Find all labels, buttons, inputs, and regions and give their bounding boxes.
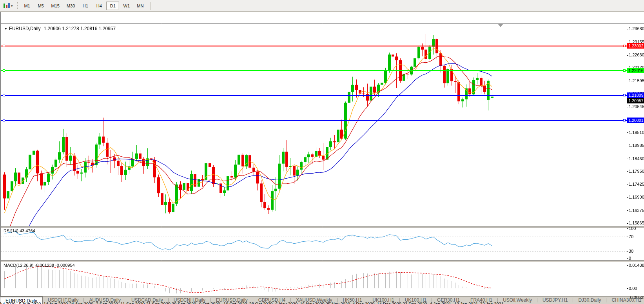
time-axis-label: 6 Nov 2020 — [276, 302, 298, 304]
time-axis-label: 23 Dec 2020 — [403, 302, 427, 304]
timeframe-button-d1[interactable]: D1 — [106, 2, 119, 10]
price-axis-label: 1.16375 — [629, 208, 644, 213]
time-axis-label: 11 Sep 2020 — [120, 302, 145, 304]
hline-price-tag: 1.22016 — [627, 68, 644, 73]
chart-window: ▼EURUSD,Daily1.20906 1.21278 1.20816 1.2… — [0, 12, 644, 296]
current-price-tag: 1.20957 — [627, 98, 644, 103]
timeframe-button-h4[interactable]: H4 — [93, 2, 105, 10]
time-axis-label: 14 Aug 2020 — [44, 302, 68, 304]
macd-indicator-label: MACD(12,26,9) -0.001238 -0.000954 — [4, 263, 75, 268]
price-axis-label: 1.23680 — [629, 26, 644, 31]
timeframe-button-m5[interactable]: M5 — [34, 2, 47, 10]
timeframe-button-h1[interactable]: H1 — [79, 2, 92, 10]
rsi-axis-label: 100 — [629, 226, 636, 231]
price-axis-label: 1.16900 — [629, 195, 644, 199]
price-chart-canvas[interactable] — [1, 24, 644, 304]
timeframe-button-w1[interactable]: W1 — [120, 2, 133, 10]
chart-symbol-label: EURUSD,Daily — [9, 26, 41, 31]
price-axis-label: 1.17425 — [629, 182, 644, 186]
metatrader-window: ▾ M1M5M15M30H1H4D1W1MN ▼EURUSD,Daily1.20… — [0, 0, 644, 304]
timeframe-toolbar: ▾ M1M5M15M30H1H4D1W1MN — [0, 0, 644, 12]
rsi-indicator-label: RSI(14) 43.4764 — [4, 228, 35, 233]
time-axis-label: 4 Jan 2021 — [430, 302, 451, 304]
time-axis-label: 22 Jan 2021 — [480, 302, 504, 304]
rsi-axis-label: 0 — [629, 256, 631, 261]
price-axis-label: 1.19510 — [629, 130, 644, 135]
price-axis-label: 1.15865 — [629, 221, 644, 225]
price-axis-label: 1.21595 — [629, 78, 644, 83]
chart-tab-dj30-daily[interactable]: DJ30,Daily — [573, 297, 606, 304]
symbol-caret-icon[interactable]: ▼ — [4, 27, 7, 31]
toolbar-separator — [150, 2, 151, 10]
price-axis-label: 1.17950 — [629, 169, 644, 174]
timeframe-button-m15[interactable]: M15 — [48, 2, 63, 10]
chart-tab-usoil-weekly[interactable]: USOil,Weekly — [498, 297, 537, 304]
time-axis-label: 4 Dec 2020 — [352, 302, 374, 304]
toolbar-grip[interactable] — [17, 2, 18, 10]
time-axis-label: 24 Aug 2020 — [69, 302, 93, 304]
time-axis-label: 25 Nov 2020 — [326, 302, 350, 304]
time-axis-label: 14 Dec 2020 — [377, 302, 401, 304]
timeframe-button-m1[interactable]: M1 — [21, 2, 34, 10]
time-axis-label: 21 Sep 2020 — [146, 302, 170, 304]
hline-price-tag: 1.20001 — [627, 118, 644, 123]
rsi-axis-label: 70 — [629, 234, 633, 239]
macd-axis-label: 0.014384 — [629, 263, 644, 268]
time-axis-label: 19 Oct 2020 — [223, 302, 247, 304]
time-axis-label: 30 Sep 2020 — [172, 302, 196, 304]
macd-axis-label: 0.00 — [629, 286, 637, 291]
rsi-axis-label: 30 — [629, 249, 633, 253]
time-axis-label: 5 Aug 2020 — [19, 302, 41, 304]
chart-tab-usdjpy-h1[interactable]: USDJPY,H1 — [537, 297, 573, 304]
time-axis-label: 16 Nov 2020 — [300, 302, 324, 304]
timeframe-button-m30[interactable]: M30 — [63, 2, 78, 10]
chart-shift-icon[interactable] — [498, 24, 503, 27]
time-axis-label: 28 Oct 2020 — [249, 302, 273, 304]
time-axis-label: 13 Jan 2021 — [454, 302, 478, 304]
chart-title: ▼EURUSD,Daily1.20906 1.21278 1.20816 1.2… — [4, 26, 116, 31]
time-axis-label: 9 Oct 2020 — [199, 302, 220, 304]
time-axis-label: 27 Jul 2020 — [0, 302, 15, 304]
hline-price-tag: 1.23002 — [627, 43, 644, 49]
price-axis-label: 1.20545 — [629, 104, 644, 109]
candlestick-chart-icon[interactable] — [2, 2, 11, 10]
timeframe-button-mn[interactable]: MN — [134, 2, 147, 10]
time-axis-label: 2 Sep 2020 — [96, 302, 118, 304]
hline-price-tag: 1.21009 — [627, 92, 644, 98]
price-axis-label: 1.22630 — [629, 52, 644, 57]
dropdown-caret-icon[interactable]: ▾ — [11, 4, 13, 8]
macd-axis-label: -0.005396 — [629, 295, 644, 300]
chart-ohlc-quote: 1.20906 1.21278 1.20816 1.20957 — [44, 26, 116, 31]
price-axis-label: 1.18460 — [629, 156, 644, 161]
price-axis-label: 1.18985 — [629, 143, 644, 148]
